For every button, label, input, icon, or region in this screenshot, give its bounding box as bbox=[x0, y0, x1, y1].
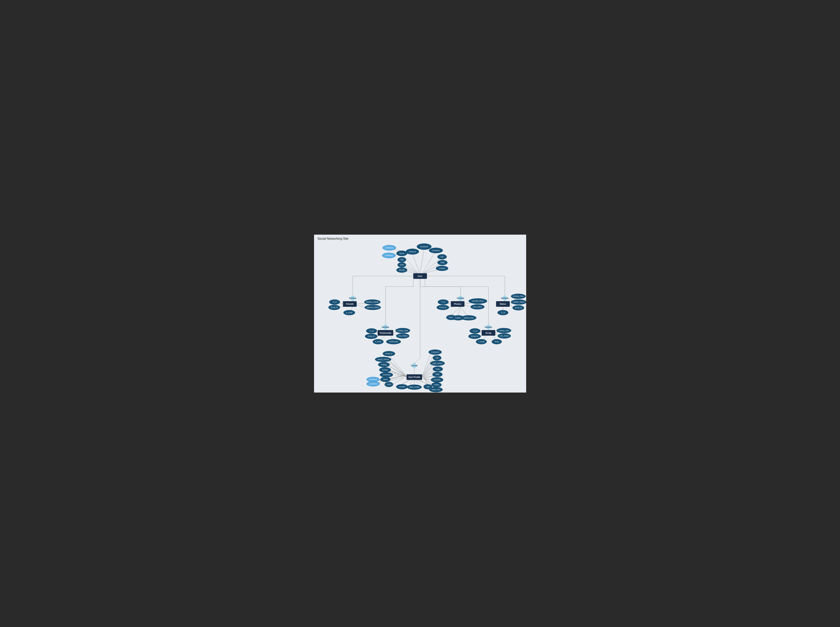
svg-text:Gender: Gender bbox=[399, 269, 405, 271]
svg-text:hasOne: hasOne bbox=[411, 364, 418, 366]
svg-text:Approval_Status: Approval_Status bbox=[366, 306, 379, 308]
svg-text:F_email: F_email bbox=[346, 312, 352, 314]
svg-line-0 bbox=[420, 248, 424, 273]
svg-text:FirstName: FirstName bbox=[385, 247, 393, 249]
svg-text:Scrap: Scrap bbox=[495, 341, 499, 343]
svg-text:Posting_Time: Posting_Time bbox=[513, 295, 523, 297]
svg-text:LastName: LastName bbox=[369, 383, 377, 385]
svg-text:FirstName: FirstName bbox=[369, 378, 377, 380]
svg-text:F_email: F_email bbox=[478, 341, 484, 343]
svg-text:Password: Password bbox=[420, 246, 428, 247]
svg-text:Tr_id: Tr_id bbox=[333, 301, 337, 303]
svg-text:Country: Country bbox=[439, 267, 445, 269]
svg-line-168 bbox=[423, 375, 433, 378]
svg-text:Contactno: Contactno bbox=[432, 249, 440, 251]
svg-text:Testimonial: Testimonial bbox=[380, 332, 391, 334]
svg-text:Scrap: Scrap bbox=[485, 332, 492, 334]
svg-text:DOB: DOB bbox=[387, 383, 391, 385]
svg-text:Like_Status: Like_Status bbox=[398, 335, 407, 337]
svg-line-27 bbox=[414, 358, 420, 364]
svg-text:Update_Status: Update_Status bbox=[513, 301, 525, 303]
svg-text:Posting_Time: Posting_Time bbox=[498, 329, 509, 331]
svg-text:F_email: F_email bbox=[375, 341, 381, 343]
svg-text:Upload_time: Upload_time bbox=[463, 317, 473, 319]
main-window: Social Networking Site bbox=[314, 234, 526, 393]
svg-text:hasMany: hasMany bbox=[501, 297, 508, 299]
svg-line-8 bbox=[422, 252, 435, 273]
svg-line-1 bbox=[412, 254, 420, 273]
svg-text:Skills: Skills bbox=[435, 373, 440, 375]
svg-line-9 bbox=[423, 257, 441, 273]
svg-text:High_School: High_School bbox=[432, 362, 442, 364]
svg-text:hasMany: hasMany bbox=[381, 326, 389, 328]
svg-text:ReqRes_Details: ReqRes_Details bbox=[366, 301, 378, 303]
svg-text:Work_Profile: Work_Profile bbox=[409, 386, 419, 388]
svg-text:Tr_id: Tr_id bbox=[473, 330, 477, 332]
svg-text:Tr_id: Tr_id bbox=[501, 312, 505, 314]
svg-text:hasMany: hasMany bbox=[485, 326, 492, 328]
svg-text:Status: Status bbox=[500, 303, 506, 305]
svg-text:Tr_id: Tr_id bbox=[370, 330, 374, 332]
svg-text:Email_id: Email_id bbox=[368, 335, 374, 337]
svg-line-165 bbox=[422, 359, 433, 377]
svg-text:IsProfile_Photo: IsProfile_Photo bbox=[472, 300, 484, 302]
svg-text:Email_id: Email_id bbox=[515, 307, 522, 309]
svg-text:Friends: Friends bbox=[346, 303, 354, 305]
svg-text:Photos: Photos bbox=[454, 303, 461, 305]
svg-text:User: User bbox=[418, 275, 422, 277]
svg-text:Testimonial: Testimonial bbox=[389, 341, 398, 343]
svg-text:User Profile: User Profile bbox=[408, 376, 420, 378]
svg-text:College: College bbox=[381, 364, 387, 365]
svg-text:Country: Country bbox=[399, 386, 405, 388]
svg-text:About_You: About_You bbox=[432, 389, 440, 391]
svg-text:Email_id: Email_id bbox=[386, 353, 392, 354]
svg-line-41 bbox=[452, 307, 460, 315]
svg-text:Gender: Gender bbox=[382, 369, 388, 371]
svg-text:LastName: LastName bbox=[385, 254, 393, 256]
svg-text:Posting_Time: Posting_Time bbox=[397, 329, 408, 331]
svg-line-72 bbox=[410, 380, 412, 384]
svg-text:Contactno: Contactno bbox=[431, 351, 439, 353]
svg-text:Name: Name bbox=[399, 252, 404, 254]
svg-text:City: City bbox=[435, 357, 438, 359]
svg-text:Age: Age bbox=[400, 258, 403, 261]
svg-text:Like_Status: Like_Status bbox=[500, 335, 509, 337]
svg-line-172 bbox=[402, 380, 410, 384]
svg-text:Email_id: Email_id bbox=[471, 335, 478, 337]
svg-text:Email_Id: Email_Id bbox=[440, 306, 446, 308]
svg-text:University: University bbox=[383, 374, 390, 376]
svg-text:City: City bbox=[440, 256, 443, 258]
svg-text:hasMany: hasMany bbox=[349, 297, 356, 299]
svg-line-73 bbox=[414, 380, 419, 384]
svg-text:Tr_id: Tr_id bbox=[441, 301, 445, 303]
svg-text:Like_status: Like_status bbox=[473, 306, 482, 308]
svg-text:Email_id: Email_id bbox=[331, 306, 337, 308]
svg-text:Caption: Caption bbox=[455, 317, 461, 319]
svg-text:Email_id: Email_id bbox=[409, 250, 416, 252]
svg-text:DOB: DOB bbox=[400, 264, 403, 266]
svg-text:Interests: Interests bbox=[433, 379, 440, 381]
svg-text:State: State bbox=[440, 262, 444, 263]
svg-text:State: State bbox=[436, 368, 440, 370]
svg-text:Hobby: Hobby bbox=[434, 384, 439, 386]
svg-text:Name: Name bbox=[383, 378, 388, 380]
svg-text:Senoir_School: Senoir_School bbox=[377, 358, 389, 360]
svg-text:hasMany: hasMany bbox=[457, 297, 464, 299]
